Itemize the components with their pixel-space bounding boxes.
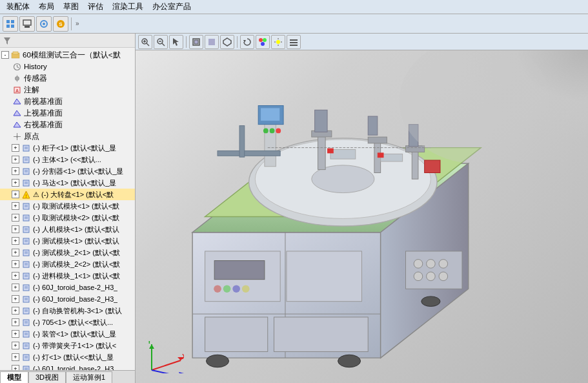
tree-item-part08[interactable]: + (-) 人机模块<1> (默认<默认 xyxy=(0,223,135,235)
menu-item-sketch[interactable]: 草图 xyxy=(59,0,83,14)
expand-btn-part05[interactable]: + xyxy=(12,191,19,198)
part03-label: (-) 分割器<1> (默认<默认_显 xyxy=(33,167,123,176)
main-area: - 60模组测试三合一（默认<默 xyxy=(0,34,588,383)
vp-btn-light[interactable] xyxy=(271,35,285,49)
expand-btn-part18[interactable]: + xyxy=(12,342,19,349)
svg-line-93 xyxy=(162,43,165,46)
tree-item-part01[interactable]: + (-) 柜子<1> (默认<默认_显 xyxy=(0,142,135,154)
expand-btn-part02[interactable]: + xyxy=(12,156,19,163)
vp-btn-zoom-in[interactable] xyxy=(138,35,152,49)
tree-item-part10[interactable]: + (-) 测试模块_2<1> (默认<默 xyxy=(0,247,135,258)
menu-item-office[interactable]: 办公室产品 xyxy=(148,0,195,14)
svg-rect-27 xyxy=(23,145,29,151)
expand-btn-part16[interactable]: + xyxy=(12,318,19,326)
tree-item-part06[interactable]: + (-) 取测试模块<1> (默认<默 xyxy=(0,200,135,212)
tree-item-part13[interactable]: + (-) 60J_toroid_base-2_H3_ xyxy=(0,282,135,293)
part18-icon xyxy=(21,340,31,351)
svg-rect-112 xyxy=(290,39,298,41)
vp-btn-view3[interactable] xyxy=(220,35,234,49)
tree-item-part14[interactable]: + (-) 60J_toroid_base-2_H3_ xyxy=(0,293,135,305)
tree-item-part18[interactable]: + (-) 带弹簧夹子1<1> (默认< xyxy=(0,340,135,351)
expand-btn-part19[interactable]: + xyxy=(12,353,19,361)
right-panel: X Y Z xyxy=(136,34,588,383)
tab-model[interactable]: 模型 xyxy=(0,371,28,383)
part02-icon xyxy=(21,154,31,165)
menu-item-assembly[interactable]: 装配体 xyxy=(3,0,34,14)
vp-btn-view1[interactable] xyxy=(189,35,203,49)
vp-btn-settings[interactable] xyxy=(287,35,301,49)
expand-btn-part13[interactable]: + xyxy=(12,284,19,291)
tree-item-part17[interactable]: + (-) 装管<1> (默认<默认_显 xyxy=(0,328,135,340)
menu-item-layout[interactable]: 布局 xyxy=(35,0,58,14)
tree-item-part04[interactable]: + (-) 马达<1> (默认<默认_显 xyxy=(0,177,135,189)
expand-btn-part01[interactable]: + xyxy=(12,144,19,152)
tree-item-part12[interactable]: + (-) 进料模块_1<1> (默认<默 xyxy=(0,270,135,282)
svg-marker-21 xyxy=(14,99,21,104)
tree-item-part05[interactable]: + ! ⚠ (-) 大转盘<1> (默认<默 xyxy=(0,189,135,200)
tree-item-right[interactable]: 右视基准面 xyxy=(0,119,135,130)
expand-btn-part03[interactable]: + xyxy=(12,167,19,175)
expand-btn-part11[interactable]: + xyxy=(12,260,19,268)
toolbar-btn-1[interactable] xyxy=(3,16,18,32)
expand-btn-part09[interactable]: + xyxy=(12,237,19,245)
tree-item-part11[interactable]: + (-) 测试模块_2<2> (默认<默 xyxy=(0,258,135,270)
tree-item-part07[interactable]: + (-) 取测试模块<2> (默认<默 xyxy=(0,212,135,223)
tree-item-part19[interactable]: + (-) 灯<1> (默认<<默认_显 xyxy=(0,351,135,363)
root-expand-btn[interactable]: - xyxy=(1,51,9,59)
svg-rect-139 xyxy=(274,317,368,351)
tree-item-history[interactable]: History xyxy=(0,61,135,72)
vp-btn-color[interactable] xyxy=(256,35,270,49)
expand-btn-part10[interactable]: + xyxy=(12,249,19,256)
vp-btn-view2[interactable] xyxy=(205,35,219,49)
toolbar-btn-4[interactable]: S xyxy=(53,16,68,32)
viewport-3d[interactable]: X Y Z xyxy=(136,50,588,383)
svg-point-147 xyxy=(270,128,275,133)
svg-rect-1 xyxy=(11,20,14,23)
tab-3d[interactable]: 3D视图 xyxy=(28,371,66,383)
expand-btn-part15[interactable]: + xyxy=(12,307,19,315)
tree-container[interactable]: - 60模组测试三合一（默认<默 xyxy=(0,48,135,370)
tab-motion[interactable]: 运动算例1 xyxy=(66,371,112,383)
tree-item-part20[interactable]: + (-) 60J_toroid_base-2_H3_ xyxy=(0,363,135,370)
part12-icon xyxy=(21,271,31,281)
expand-btn-part20[interactable]: + xyxy=(12,365,19,370)
tree-item-top[interactable]: 上视基准面 xyxy=(0,107,135,119)
tree-item-part02[interactable]: + (-) 主体<1> (<<默认... xyxy=(0,154,135,165)
top-plane-icon xyxy=(12,108,22,118)
tree-item-part15[interactable]: + (-) 自动换管机构-3<1> (默认 xyxy=(0,305,135,316)
tree-item-sensor[interactable]: 传感器 xyxy=(0,72,135,84)
svg-point-123 xyxy=(223,285,231,293)
vp-sep-2 xyxy=(237,36,238,48)
tree-root[interactable]: - 60模组测试三合一（默认<默 xyxy=(0,49,135,61)
toolbar-btn-2[interactable] xyxy=(19,16,35,32)
toolbar-btn-3[interactable] xyxy=(36,16,52,32)
tree-item-origin[interactable]: 原点 xyxy=(0,130,135,142)
vp-btn-rotate[interactable] xyxy=(240,35,254,49)
tree-item-part16[interactable]: + (-) 705<1> (默认<<默认... xyxy=(0,316,135,328)
tree-item-annotation[interactable]: A 注解 xyxy=(0,84,135,96)
toolbar-expand[interactable]: » xyxy=(74,19,81,28)
part01-icon xyxy=(21,143,31,153)
svg-rect-74 xyxy=(23,331,29,337)
vp-btn-zoom-out[interactable] xyxy=(154,35,168,49)
expand-btn-part12[interactable]: + xyxy=(12,272,19,280)
svg-point-107 xyxy=(276,40,280,44)
history-label: History xyxy=(24,63,47,70)
svg-rect-62 xyxy=(23,285,29,291)
tree-item-front[interactable]: 前视基准面 xyxy=(0,96,135,107)
menu-item-evaluate[interactable]: 评估 xyxy=(84,0,107,14)
expand-btn-part08[interactable]: + xyxy=(12,225,19,233)
svg-text:X: X xyxy=(182,353,184,360)
part17-label: (-) 装管<1> (默认<默认_显 xyxy=(33,329,116,339)
expand-btn-part04[interactable]: + xyxy=(12,179,19,187)
tree-item-part09[interactable]: + (-) 测试模块<1> (默认<默认 xyxy=(0,235,135,247)
expand-btn-part14[interactable]: + xyxy=(12,295,19,303)
expand-btn-part07[interactable]: + xyxy=(12,214,19,222)
expand-btn-part17[interactable]: + xyxy=(12,330,19,338)
svg-text:A: A xyxy=(15,88,18,92)
menu-item-render[interactable]: 渲染工具 xyxy=(108,0,147,14)
tree-item-part03[interactable]: + (-) 分割器<1> (默认<默认_显 xyxy=(0,165,135,177)
root-label: 60模组测试三合一（默认<默 xyxy=(23,50,121,60)
vp-btn-select[interactable] xyxy=(169,35,183,49)
expand-btn-part06[interactable]: + xyxy=(12,202,19,210)
